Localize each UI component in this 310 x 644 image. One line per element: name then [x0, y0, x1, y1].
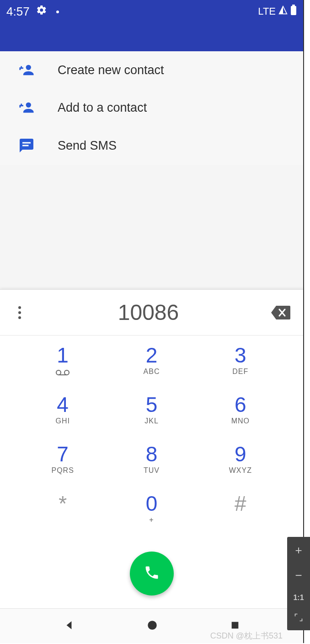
nav-home-button[interactable]: [146, 619, 158, 633]
signal-icon: [278, 5, 288, 17]
svg-point-6: [56, 370, 61, 375]
settings-icon: [36, 5, 47, 19]
network-label: LTE: [258, 5, 276, 17]
svg-rect-0: [291, 6, 296, 15]
fullscreen-button[interactable]: [294, 613, 303, 624]
key-4[interactable]: 4 GHI: [18, 394, 107, 444]
key-0[interactable]: 0 +: [107, 493, 196, 542]
sms-icon: [16, 137, 37, 154]
keypad: 1 2 ABC 3 DEF 4 GHI 5 JKL 6: [0, 336, 303, 547]
action-send-sms[interactable]: Send SMS: [0, 126, 303, 165]
watermark: CSDN @枕上书531: [210, 630, 283, 641]
status-dot-icon: [56, 11, 59, 13]
action-add-to-contact[interactable]: Add to a contact: [0, 89, 303, 126]
key-letters: TUV: [144, 466, 160, 475]
call-button[interactable]: [130, 552, 174, 595]
svg-point-7: [64, 370, 69, 375]
key-digit: 3: [235, 345, 246, 366]
key-digit: 2: [146, 345, 158, 366]
backspace-button[interactable]: [270, 305, 290, 320]
key-letters: MNO: [231, 417, 250, 425]
key-star[interactable]: *: [18, 493, 107, 542]
svg-point-3: [26, 103, 31, 108]
voicemail-icon: [56, 368, 69, 378]
key-digit: 0: [146, 493, 158, 514]
key-digit: 8: [146, 444, 158, 465]
action-label: Send SMS: [58, 139, 117, 153]
nav-back-button[interactable]: [63, 619, 75, 633]
key-letters: DEF: [232, 368, 248, 376]
zoom-ratio-button[interactable]: 1:1: [293, 594, 304, 602]
action-label: Create new contact: [58, 63, 164, 77]
key-digit: 4: [57, 394, 69, 415]
svg-rect-1: [292, 5, 295, 6]
key-letters: JKL: [144, 417, 159, 425]
person-add-icon: [16, 100, 37, 115]
key-5[interactable]: 5 JKL: [107, 394, 196, 444]
key-letters: +: [149, 516, 154, 524]
more-options-button[interactable]: [13, 306, 27, 319]
action-create-contact[interactable]: Create new contact: [0, 51, 303, 89]
key-hash[interactable]: #: [196, 493, 285, 542]
key-digit: 9: [235, 444, 246, 465]
key-letters: WXYZ: [229, 466, 252, 475]
status-bar: 4:57 LTE: [0, 0, 303, 51]
dialer-panel: 10086 1 2 ABC 3 DEF 4 GHI: [0, 289, 303, 608]
svg-point-9: [148, 621, 157, 630]
key-7[interactable]: 7 PQRS: [18, 444, 107, 493]
action-list: Create new contact Add to a contact Send…: [0, 51, 303, 165]
key-1[interactable]: 1: [18, 345, 107, 394]
entered-number: 10086: [27, 300, 270, 325]
svg-rect-4: [22, 142, 31, 144]
key-digit: #: [235, 493, 246, 514]
emulator-toolbar: + − 1:1: [287, 537, 310, 630]
action-label: Add to a contact: [58, 101, 147, 115]
svg-rect-10: [231, 622, 238, 628]
zoom-in-button[interactable]: +: [295, 543, 302, 557]
key-letters: GHI: [55, 417, 69, 425]
key-8[interactable]: 8 TUV: [107, 444, 196, 493]
key-3[interactable]: 3 DEF: [196, 345, 285, 394]
key-9[interactable]: 9 WXYZ: [196, 444, 285, 493]
svg-point-2: [26, 65, 31, 70]
phone-icon: [144, 564, 160, 583]
key-6[interactable]: 6 MNO: [196, 394, 285, 444]
status-time: 4:57: [6, 5, 30, 19]
key-letters: ABC: [144, 368, 160, 376]
battery-icon: [290, 5, 297, 18]
key-digit: 7: [57, 444, 69, 465]
number-display: 10086: [0, 290, 303, 336]
svg-rect-5: [22, 145, 29, 146]
person-add-icon: [16, 62, 37, 78]
zoom-out-button[interactable]: −: [295, 568, 302, 583]
key-letters: PQRS: [51, 466, 74, 475]
key-digit: 6: [235, 394, 246, 415]
key-digit: 1: [57, 345, 69, 366]
key-digit: 5: [146, 394, 158, 415]
key-2[interactable]: 2 ABC: [107, 345, 196, 394]
key-digit: *: [59, 493, 67, 514]
